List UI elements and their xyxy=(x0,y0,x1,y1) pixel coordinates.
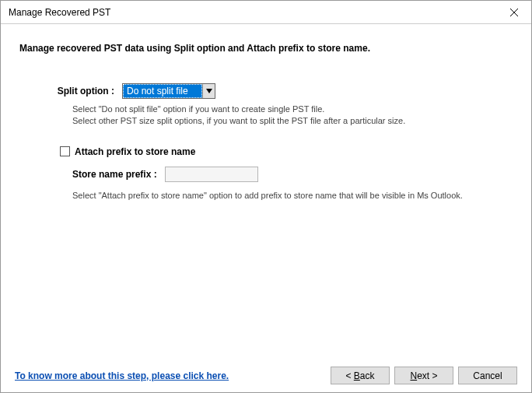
split-option-row: Split option : Do not split file xyxy=(19,83,513,99)
store-prefix-label: Store name prefix : xyxy=(72,169,157,180)
close-button[interactable] xyxy=(496,1,531,23)
prefix-hint: Select "Attach prefix to store name" opt… xyxy=(72,190,513,202)
split-option-value: Do not split file xyxy=(123,84,202,98)
cancel-button-label: Cancel xyxy=(473,370,502,381)
back-button[interactable]: < Back xyxy=(331,367,390,384)
store-prefix-input[interactable] xyxy=(165,167,258,182)
split-option-hint: Select "Do not split file" option if you… xyxy=(72,104,513,128)
dialog-footer: To know more about this step, please cli… xyxy=(1,367,531,384)
dropdown-arrow-button[interactable] xyxy=(202,84,215,98)
back-button-label: < Back xyxy=(345,370,374,381)
split-hint-line1: Select "Do not split file" option if you… xyxy=(72,104,513,115)
attach-prefix-label: Attach prefix to store name xyxy=(75,146,195,157)
window-title: Manage Recovered PST xyxy=(9,7,496,18)
learn-more-link[interactable]: To know more about this step, please cli… xyxy=(15,370,229,381)
page-heading: Manage recovered PST data using Split op… xyxy=(19,43,513,54)
split-option-dropdown[interactable]: Do not split file xyxy=(122,83,215,99)
store-prefix-row: Store name prefix : xyxy=(72,167,513,182)
next-button-label: Next > xyxy=(410,370,437,381)
split-hint-line2: Select other PST size split options, if … xyxy=(72,115,513,127)
svg-marker-2 xyxy=(206,89,212,93)
next-button[interactable]: Next > xyxy=(394,367,453,384)
cancel-button[interactable]: Cancel xyxy=(458,367,517,384)
attach-prefix-checkbox[interactable] xyxy=(60,146,70,156)
close-icon xyxy=(510,9,518,16)
dialog-content: Manage recovered PST data using Split op… xyxy=(1,24,531,392)
prefix-checkbox-row: Attach prefix to store name xyxy=(60,146,513,157)
titlebar: Manage Recovered PST xyxy=(1,1,531,24)
split-option-label: Split option : xyxy=(19,86,122,96)
chevron-down-icon xyxy=(206,89,212,93)
